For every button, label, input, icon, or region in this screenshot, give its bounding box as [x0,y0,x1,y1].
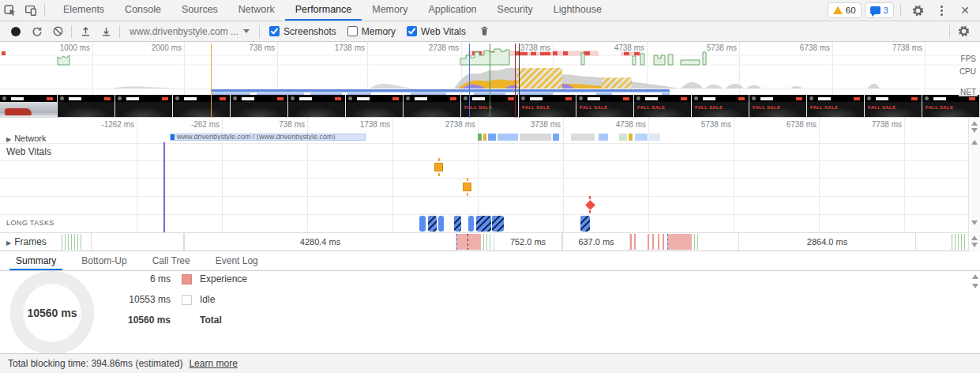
filmstrip-frame[interactable] [288,95,345,117]
device-toolbar-icon[interactable] [21,0,41,21]
dropped-frames-block[interactable] [667,234,692,250]
tab-memory[interactable]: Memory [362,0,418,21]
load-profile-icon[interactable] [75,21,96,42]
tab-performance[interactable]: Performance [285,0,362,21]
tab-event-log[interactable]: Event Log [209,253,265,270]
tab-network[interactable]: Network [228,0,285,21]
network-request-block[interactable] [649,134,660,141]
long-task-bar[interactable] [580,216,590,232]
long-task-bar[interactable] [419,216,426,232]
record-button[interactable] [11,27,21,36]
network-doc-request-bar[interactable]: www.drivenbystyle.com / (www.drivenbysty… [170,134,366,141]
net-lane-label: NET [959,88,978,96]
messages-badge[interactable]: 3 [865,2,894,18]
tab-console[interactable]: Console [115,0,171,21]
frame-segment[interactable] [91,233,184,251]
settings-gear-icon[interactable] [907,0,928,21]
scroll-down-icon[interactable] [971,220,978,225]
filmstrip-frame[interactable]: FALL SALE [634,95,691,117]
tab-summary[interactable]: Summary [9,253,62,270]
filmstrip-frame[interactable]: FALL SALE [576,95,633,117]
frame-segment[interactable]: 4280.4 ms [184,233,456,251]
thumbnail-searchbox [818,97,831,100]
tab-lighthouse[interactable]: Lighthouse [543,0,612,21]
tab-bottom-up[interactable]: Bottom-Up [75,253,133,270]
history-select[interactable]: www.drivenbystyle.com ... [130,26,250,37]
long-task-bar[interactable] [468,216,474,232]
long-task-bar[interactable] [492,216,504,232]
network-request-block[interactable] [553,134,559,141]
thumbnail-logo [809,96,813,100]
frame-segment[interactable]: 2864.0 ms [738,233,916,251]
warnings-badge[interactable]: 60 [828,2,862,18]
network-request-block[interactable] [629,134,633,141]
dropped-frames-block[interactable] [456,234,481,250]
frame-green-stripes [480,234,493,250]
checkbox-screenshots[interactable]: Screenshots [269,26,336,37]
thumbnail-logo [175,96,179,100]
scroll-down-icon[interactable] [971,128,978,133]
filmstrip-frame[interactable] [231,95,287,117]
long-task-bar[interactable] [438,216,444,232]
frame-segment[interactable]: 752.0 ms [494,233,562,251]
clear-recording-icon[interactable] [47,21,68,42]
learn-more-link[interactable]: Learn more [189,358,237,369]
tab-sources[interactable]: Sources [171,0,228,21]
lcp-marker[interactable] [585,200,595,210]
filmstrip-frame[interactable]: FALL SALE [807,95,864,117]
filmstrip-frame[interactable] [115,95,172,117]
tab-call-tree[interactable]: Call Tree [146,253,197,270]
network-request-block[interactable] [498,134,518,141]
filmstrip-frame[interactable] [173,95,230,117]
layout-shift-marker[interactable] [463,183,471,191]
network-request-block[interactable] [483,134,486,141]
layout-shift-marker[interactable] [434,163,443,171]
web-vitals-track-label[interactable]: Web Vitals [6,146,51,157]
scroll-up-icon[interactable] [971,140,978,145]
filmstrip-frame[interactable]: FALL SALE [922,95,979,117]
network-request-block[interactable] [478,134,482,141]
reload-and-record-icon[interactable] [27,21,47,42]
network-request-block[interactable] [571,134,595,141]
tab-elements[interactable]: Elements [53,0,115,21]
network-request-block[interactable] [635,134,648,141]
long-task-bar[interactable] [476,216,491,232]
filmstrip-frame[interactable] [346,95,403,117]
save-profile-icon[interactable] [96,21,116,42]
tab-application[interactable]: Application [418,0,486,21]
scroll-up-icon[interactable] [971,121,978,126]
checkbox-web-vitals[interactable]: Web Vitals [407,26,466,37]
filmstrip-frame[interactable]: FALL SALE [749,95,806,117]
close-devtools-icon[interactable]: ✕ [955,0,975,21]
partial-frame-mark [663,234,664,250]
network-request-block[interactable] [488,134,496,141]
thumbnail-logo [291,96,295,100]
kebab-menu-icon[interactable] [931,0,952,21]
capture-settings-gear-icon[interactable] [953,21,974,42]
network-request-block[interactable] [599,134,608,141]
network-track-label[interactable]: ▶Network [6,134,47,143]
scroll-up-icon[interactable] [972,274,978,279]
checkbox-memory[interactable]: Memory [347,26,396,37]
frame-segment[interactable]: 637.0 ms [562,233,630,251]
delete-recording-icon[interactable] [474,21,494,42]
long-task-bar[interactable] [454,216,461,232]
long-task-bar[interactable] [428,216,437,232]
detail-scrollbar[interactable] [968,118,980,252]
inspect-element-icon[interactable] [0,0,21,21]
scroll-down-icon[interactable] [972,284,978,288]
filmstrip-frame[interactable]: FALL SALE [519,95,576,117]
tab-security[interactable]: Security [487,0,543,21]
filmstrip-frame[interactable]: FALL SALE [865,95,922,117]
filmstrip-frame[interactable] [404,95,460,117]
network-request-block[interactable] [619,134,627,141]
filmstrip-frame[interactable]: FALL SALE [692,95,749,117]
frames-track-label[interactable]: ▶Frames [6,236,47,247]
scroll-down-icon[interactable] [971,243,978,247]
filmstrip-frame[interactable] [58,95,115,117]
warning-count: 60 [846,6,856,15]
network-request-block[interactable] [520,134,551,141]
scroll-up-icon[interactable] [971,235,978,240]
fall-sale-text: FALL SALE [522,105,550,110]
filmstrip-frame[interactable] [0,95,57,117]
